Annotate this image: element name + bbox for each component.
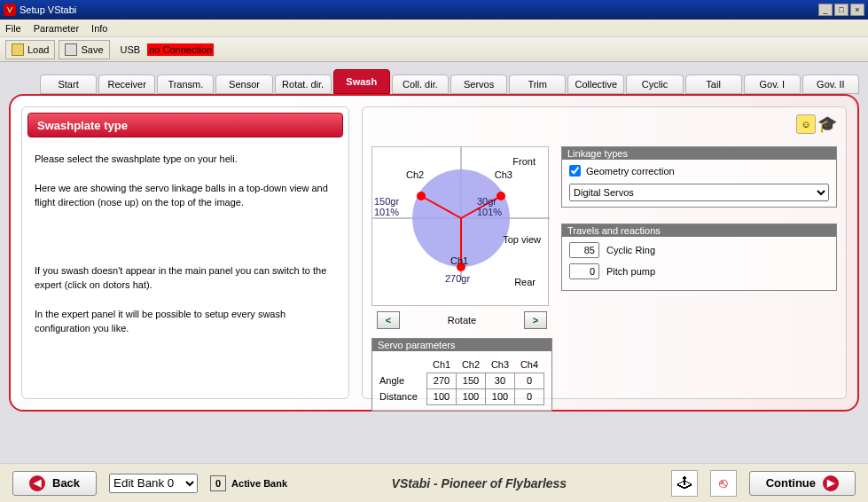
svg-point-7 xyxy=(417,192,426,200)
info-p3: If you swash doesn't appear in the main … xyxy=(35,263,336,293)
graduate-icon[interactable]: 🎓 xyxy=(817,114,837,134)
maximize-button[interactable]: □ xyxy=(834,4,848,16)
travels-title: Travels and reactions xyxy=(562,224,836,237)
app-icon: V xyxy=(4,4,16,16)
joystick-icon[interactable]: 🕹 xyxy=(671,470,698,497)
minimize-button[interactable]: _ xyxy=(818,4,833,16)
active-bank-value: 0 xyxy=(210,475,226,491)
tabs: StartReceiverTransm.SensorRotat. dir.Swa… xyxy=(40,69,859,94)
servo-params-table: Ch1 Ch2 Ch3 Ch4 Angle 270 150 30 xyxy=(379,357,544,405)
ch3-pct: 101% xyxy=(477,207,502,217)
ch1-deg: 270gr xyxy=(445,273,470,284)
rotate-left-button[interactable]: < xyxy=(377,311,400,329)
settings-panel: ☺ 🎓 xyxy=(362,106,847,399)
titlebar: V Setup VStabi _ □ × xyxy=(0,0,868,20)
info-p1: Please select the swashplate type on you… xyxy=(35,152,336,167)
slogan: VStabi - Pioneer of Flybarless xyxy=(300,476,659,490)
front-label: Front xyxy=(512,156,536,167)
menu-file[interactable]: File xyxy=(5,23,21,34)
angle-ch4: 0 xyxy=(514,373,543,388)
back-button[interactable]: ◀ Back xyxy=(12,471,97,496)
ch1-label: Ch1 xyxy=(450,255,468,266)
ch2-deg: 150gr xyxy=(374,196,399,207)
bank-select[interactable]: Edit Bank 0 xyxy=(109,474,198,493)
tab-receiver[interactable]: Receiver xyxy=(98,75,155,94)
col-ch3: Ch3 xyxy=(486,357,515,373)
angle-ch2: 150 xyxy=(457,373,486,388)
servo-params-title: Servo parameters xyxy=(372,339,551,351)
tab-tail[interactable]: Tail xyxy=(685,75,742,94)
save-button[interactable]: Save xyxy=(59,40,109,59)
rotate-right-button[interactable]: > xyxy=(524,311,547,329)
pitch-pump-label: Pitch pump xyxy=(606,266,655,277)
svg-point-8 xyxy=(497,192,505,200)
servo-type-select[interactable]: Digital Servos xyxy=(569,184,829,201)
tab-cyclic[interactable]: Cyclic xyxy=(626,75,683,94)
tab-trim[interactable]: Trim xyxy=(509,75,566,94)
tab-collective[interactable]: Collective xyxy=(567,75,624,94)
linkage-title: Linkage types xyxy=(562,147,836,160)
swash-diagram: Front Rear Top view Ch2 Ch3 Ch1 150gr 10… xyxy=(371,146,549,306)
continue-button[interactable]: Continue ▶ xyxy=(749,471,856,496)
arrow-left-icon: ◀ xyxy=(29,475,45,491)
arrow-right-icon: ▶ xyxy=(823,475,839,491)
heli-icon[interactable]: ⎋ xyxy=(710,470,737,497)
menu-parameter[interactable]: Parameter xyxy=(34,23,79,34)
tab-swash[interactable]: Swash xyxy=(333,69,390,94)
main-frame: Swashplate type Please select the swashp… xyxy=(9,94,859,412)
save-label: Save xyxy=(81,44,103,55)
col-ch4: Ch4 xyxy=(514,357,543,373)
smiley-icon[interactable]: ☺ xyxy=(796,114,816,134)
geometry-checkbox[interactable] xyxy=(569,165,581,176)
tab-servos[interactable]: Servos xyxy=(450,75,507,94)
info-p2: Here we are showing the servo linkage ba… xyxy=(35,181,336,210)
topview-label: Top view xyxy=(503,234,541,245)
page-body: StartReceiverTransm.SensorRotat. dir.Swa… xyxy=(0,62,868,463)
info-p4: In the expert panel it will be possible … xyxy=(35,307,336,336)
info-panel: Swashplate type Please select the swashp… xyxy=(21,106,349,399)
load-button[interactable]: Load xyxy=(5,40,55,59)
tab-coll-dir-[interactable]: Coll. dir. xyxy=(392,75,449,94)
close-button[interactable]: × xyxy=(850,4,864,16)
dist-ch2: 100 xyxy=(457,388,486,404)
footer: ◀ Back Edit Bank 0 0 Active Bank VStabi … xyxy=(0,463,868,502)
active-bank-label: Active Bank xyxy=(231,478,287,489)
angle-ch3: 30 xyxy=(486,373,515,388)
tab-transm-[interactable]: Transm. xyxy=(157,75,214,94)
angle-ch1: 270 xyxy=(427,373,457,388)
geometry-label: Geometry correction xyxy=(586,166,675,176)
row-angle: Angle xyxy=(379,373,427,388)
cyclic-ring-input[interactable] xyxy=(569,242,599,258)
ch2-label: Ch2 xyxy=(406,169,424,180)
col-ch1: Ch1 xyxy=(427,357,457,373)
pitch-pump-input[interactable] xyxy=(569,263,599,279)
rotate-label: Rotate xyxy=(448,315,476,326)
tab-rotat-dir-[interactable]: Rotat. dir. xyxy=(275,75,332,94)
tab-gov-i[interactable]: Gov. I xyxy=(744,75,801,94)
dist-ch4: 0 xyxy=(514,388,543,404)
panel-title: Swashplate type xyxy=(27,113,343,137)
menubar: File Parameter Info xyxy=(0,20,868,37)
menu-info[interactable]: Info xyxy=(91,23,107,34)
ch3-deg: 30gr xyxy=(477,196,497,207)
folder-icon xyxy=(12,43,24,56)
rear-label: Rear xyxy=(514,277,536,287)
dist-ch1: 100 xyxy=(427,388,457,404)
cyclic-ring-label: Cyclic Ring xyxy=(606,245,655,255)
tab-sensor[interactable]: Sensor xyxy=(215,75,272,94)
col-ch2: Ch2 xyxy=(457,357,486,373)
dist-ch3: 100 xyxy=(486,388,515,404)
continue-label: Continue xyxy=(766,476,816,490)
window-title: Setup VStabi xyxy=(20,4,76,15)
connection-status: no Connection xyxy=(147,43,214,56)
load-label: Load xyxy=(27,44,49,55)
back-label: Back xyxy=(52,476,80,490)
ch2-pct: 101% xyxy=(374,207,399,217)
tab-gov-ii[interactable]: Gov. II xyxy=(802,75,859,94)
ch3-label: Ch3 xyxy=(495,169,512,180)
row-distance: Distance xyxy=(379,388,427,404)
usb-label: USB xyxy=(121,44,141,55)
tab-start[interactable]: Start xyxy=(40,75,97,94)
disk-icon xyxy=(65,43,77,56)
toolbar: Load Save USB no Connection xyxy=(0,37,868,62)
